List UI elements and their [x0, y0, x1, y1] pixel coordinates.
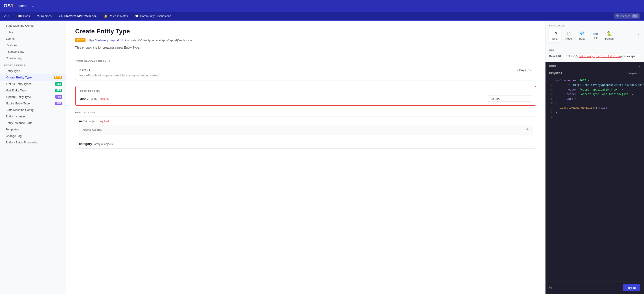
sidebar-item-update-entity-type[interactable]: Update Entity Type PUT: [0, 94, 66, 100]
logo-1: 1: [11, 3, 14, 9]
sidebar-item-instance-state[interactable]: › Instance State: [0, 48, 66, 55]
history-calls: 0 Calls: [80, 68, 90, 72]
sidebar-item-templates[interactable]: › Templates: [0, 126, 66, 133]
chevron-icon: ›: [4, 109, 4, 111]
sidebar-item-reasons[interactable]: › Reasons: [0, 42, 66, 48]
docs-label: Docs: [23, 14, 30, 18]
body-param-name-label: name: [79, 120, 87, 123]
sidebar-item-expire-entity-type[interactable]: Expire Entity Type PUT: [0, 100, 66, 107]
nav-platform-api[interactable]: </> Platform API Reference: [55, 12, 100, 21]
endpoint-description: This endpoint is for creating a new Enti…: [75, 46, 536, 49]
chevron-icon: ›: [4, 70, 4, 72]
search-icon: 🔍: [616, 14, 620, 18]
examples-label: Examples: [626, 72, 637, 75]
endpoint-url-bar: POST https://delhivery.preprod.fxtrt.io/…: [75, 38, 536, 42]
search-box[interactable]: 🔍 Search ⌘K: [614, 13, 640, 19]
copy-button[interactable]: ⎘: [549, 286, 552, 290]
ruby-label: Ruby: [579, 37, 585, 40]
body-param-category[interactable]: category array of objects: [75, 139, 536, 148]
sidebar-item-label: Reasons: [6, 43, 17, 47]
sidebar-item-entity-batch[interactable]: › Entity - Batch Processing: [0, 139, 66, 146]
history-message: Your API calls will appear here. Make a …: [80, 74, 532, 77]
sidebar-item-label: Instance State: [6, 50, 24, 53]
sidebar-item-create-entity-type[interactable]: Create Entity Type POST: [0, 74, 66, 81]
entity-service-label: ENTITY SERVICE: [0, 61, 66, 68]
examples-button[interactable]: Examples ⌄: [626, 72, 640, 75]
sidebar-item-entity-instance[interactable]: › Entity Instance: [0, 113, 66, 120]
language-section: LANGUAGE :// Shell ⬡ Node 💎 Ruby php PHP: [546, 21, 644, 46]
more-languages-icon[interactable]: ⋮: [636, 33, 640, 38]
sidebar-item-label: Create Entity Type: [6, 76, 32, 79]
nav-recipes[interactable]: ⚗ Recipes: [34, 12, 55, 21]
sidebar-item-change-log-2[interactable]: › Change Log: [0, 133, 66, 139]
nav-community[interactable]: 💬 Community Discussions: [132, 12, 175, 21]
body-param-category-type: array of objects: [94, 143, 113, 146]
curl-dropdown[interactable]: ⌄: [638, 65, 640, 67]
sidebar: › State Machine Config › Entity › Events…: [0, 21, 66, 294]
sidebar-item-get-all-entity-types[interactable]: Get All Entity Types GET: [0, 81, 66, 87]
lang-php[interactable]: php PHP: [589, 30, 601, 41]
base-url-label: Base URL: [549, 55, 562, 58]
sidebar-item-label: Change Log: [6, 134, 22, 138]
nav-docs[interactable]: 📖 Docs: [14, 12, 34, 21]
history-days-selector[interactable]: 7 Days ⌃⌄: [517, 68, 532, 72]
nav-release-notes[interactable]: 🔔 Release Notes: [100, 12, 132, 21]
sidebar-item-label: Events: [6, 37, 14, 40]
lang-python[interactable]: 🐍 Python: [602, 29, 616, 42]
sidebar-item-events[interactable]: › Events: [0, 35, 66, 42]
lang-node[interactable]: ⬡ Node: [562, 29, 575, 42]
post-badge: POST: [54, 76, 62, 79]
sidebar-item-entity-instance-state[interactable]: › Entity Instance State: [0, 120, 66, 126]
page-title: Create Entity Type: [75, 28, 536, 35]
code-request-header: REQUEST Examples ⌄: [546, 70, 644, 77]
sidebar-item-entity-type-group[interactable]: › Entity Type: [0, 68, 66, 74]
param-type: string: [91, 97, 97, 100]
sidebar-item-change-log-1[interactable]: › Change Log: [0, 55, 66, 61]
chevron-icon: ›: [4, 122, 4, 124]
url-prefix: https://: [88, 38, 96, 42]
logo: OS1: [4, 3, 14, 9]
code-line-6: 6 {: [549, 101, 640, 106]
code-line-7: 7 "isStateMachineEnabled": false: [549, 106, 640, 110]
community-icon: 💬: [135, 14, 139, 18]
endpoint-url: https://delhivery.preprod.fxtrt.io/core/…: [88, 38, 192, 42]
body-param-name[interactable]: name object required NAME OBJECT +: [75, 117, 536, 137]
version-tag: v1.0: [4, 14, 9, 18]
sidebar-item-label: Templates: [6, 128, 19, 131]
param-name: appId: [80, 97, 88, 100]
code-header: CURL ⌄: [546, 62, 644, 70]
examples-chevron-icon: ⌄: [638, 72, 640, 75]
request-label: REQUEST: [549, 72, 562, 75]
sidebar-item-state-machine-config[interactable]: › State Machine Config: [0, 22, 66, 29]
sidebar-item-entity[interactable]: › Entity: [0, 29, 66, 35]
code-line-5: 5 --data ': [549, 97, 640, 101]
history-section-label: YOUR REQUEST HISTORY: [75, 59, 536, 62]
lang-shell[interactable]: :// Shell: [549, 29, 562, 42]
chevron-icon: ›: [4, 57, 4, 59]
chevron-icon: ›: [4, 115, 4, 118]
path-params-section: PATH PARAMS appId string required: [75, 86, 536, 106]
try-it-button[interactable]: Try It!: [623, 284, 640, 291]
search-kbd: ⌘K: [632, 14, 638, 18]
chevron-icon: ›: [4, 141, 4, 144]
language-options: :// Shell ⬡ Node 💎 Ruby php PHP 🐍 Py: [549, 29, 640, 42]
sidebar-item-label: Get All Entity Types: [6, 82, 32, 86]
sidebar-item-get-entity-type[interactable]: Get Entity Type GET: [0, 87, 66, 94]
shell-label: Shell: [552, 37, 558, 40]
home-link[interactable]: Home: [17, 3, 29, 8]
chevron-icon: ›: [4, 128, 4, 131]
body-param-required: required: [99, 120, 108, 123]
sidebar-item-label: Entity Instance: [6, 115, 25, 118]
recipes-label: Recipes: [41, 14, 52, 18]
body-param-category-label: category: [79, 142, 92, 146]
lang-ruby[interactable]: 💎 Ruby: [576, 29, 588, 42]
name-object-sub[interactable]: NAME OBJECT +: [79, 125, 532, 135]
chevron-down-icon: ⌃⌄: [527, 68, 532, 72]
right-panel: LANGUAGE :// Shell ⬡ Node 💎 Ruby php PHP: [545, 21, 644, 294]
sidebar-item-label: State Machine Config: [6, 108, 34, 112]
history-days-label: 7 Days: [517, 68, 526, 72]
sidebar-item-state-machine-config-2[interactable]: › State Machine Config: [0, 107, 66, 113]
node-label: Node: [566, 37, 572, 40]
appid-input[interactable]: [488, 95, 531, 102]
curl-label: CURL: [549, 65, 557, 67]
